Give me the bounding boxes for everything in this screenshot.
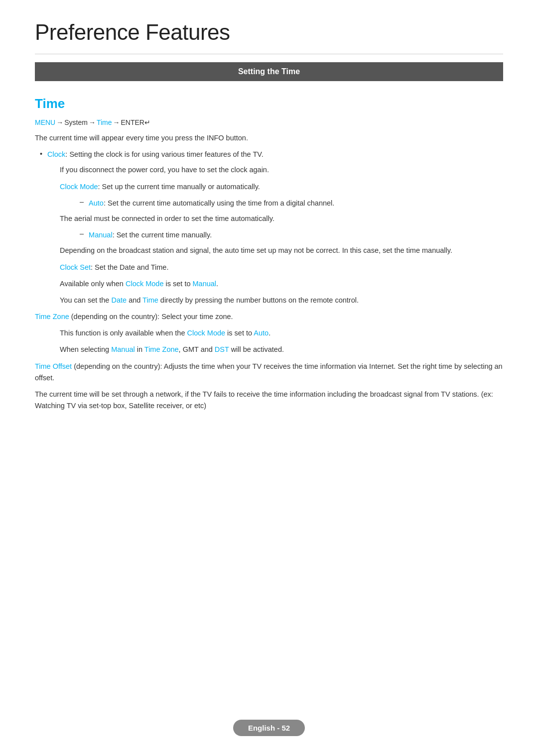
tz-indent1-part3: . [269, 329, 270, 337]
clock-bullet-content: Clock: Setting the clock is for using va… [47, 149, 264, 160]
tz-dst: DST [215, 345, 229, 353]
clock-mode-line: Clock Mode: Set up the current time manu… [60, 181, 503, 193]
time-zone-label: Time Zone [35, 313, 69, 321]
manual-dash-item: – Manual: Set the current time manually. [80, 229, 503, 241]
auto-label: Auto [89, 199, 104, 207]
date-time-part1: You can set the [60, 296, 111, 304]
time-zone-indent1: This function is only available when the… [60, 327, 503, 339]
available-text-part1: Available only when [60, 280, 126, 288]
menu-label: MENU [35, 118, 55, 126]
clock-indent-text: If you disconnect the power cord, you ha… [60, 164, 503, 176]
time-label: Time [97, 118, 112, 126]
current-time-text: The current time will be set through a n… [35, 389, 503, 412]
time-offset-label: Time Offset [35, 362, 72, 370]
intro-text: The current time will appear every time … [35, 132, 503, 144]
tz-indent2-part2: will be activated. [229, 345, 284, 353]
tz-indent2-part1: When selecting [60, 345, 111, 353]
auto-content: Auto: Set the current time automatically… [89, 198, 334, 209]
system-label: System [64, 118, 88, 126]
tz-auto: Auto [254, 329, 269, 337]
manual-text: : Set the current time manually. [113, 231, 212, 239]
depending-text: Depending on the broadcast station and s… [60, 245, 503, 256]
dash-symbol-2: – [80, 229, 84, 237]
clock-mode-text: : Set up the current time manually or au… [98, 183, 260, 191]
tz-clock-mode: Clock Mode [187, 329, 226, 337]
menu-path: MENU → System → Time → ENTER↵ [35, 118, 503, 126]
tz-indent1-part1: This function is only available when the [60, 329, 187, 337]
aerial-text: The aerial must be connected in order to… [60, 213, 503, 224]
available-text: Available only when Clock Mode is set to… [60, 278, 503, 290]
auto-text: : Set the current time automatically usi… [104, 199, 334, 207]
section-title: Time [35, 96, 503, 111]
time-offset-text: (depending on the country): Adjusts the … [35, 362, 503, 382]
bullet-dot: • [40, 150, 42, 158]
manual-content: Manual: Set the current time manually. [89, 229, 212, 241]
clock-mode-label: Clock Mode [60, 183, 98, 191]
manual-label: Manual [89, 231, 113, 239]
arrow2: → [89, 118, 96, 126]
enter-label: ENTER↵ [121, 118, 150, 126]
tz-in: in [135, 345, 144, 353]
tz-gmt: , GMT [179, 345, 199, 353]
date-time-and: and [127, 296, 142, 304]
date-time-text: You can set the Date and Time directly b… [60, 295, 503, 306]
date-label: Date [111, 296, 127, 304]
clock-label: Clock [47, 150, 65, 158]
tz-manual: Manual [111, 345, 135, 353]
time-zone-line: Time Zone (depending on the country): Se… [35, 311, 503, 323]
available-text-part2: is set to [164, 280, 193, 288]
auto-dash-item: – Auto: Set the current time automatical… [80, 198, 503, 209]
tz-name: Time Zone [144, 345, 179, 353]
time-zone-text: (depending on the country): Select your … [69, 313, 233, 321]
arrow3: → [113, 118, 120, 126]
time-offset-line: Time Offset (depending on the country): … [35, 361, 503, 384]
top-divider [35, 54, 503, 54]
footer-badge: English - 52 [233, 720, 305, 736]
clock-set-text: : Set the Date and Time. [91, 263, 168, 271]
footer: English - 52 [0, 720, 538, 736]
tz-indent1-part2: is set to [225, 329, 254, 337]
section-header: Setting the Time [35, 62, 503, 81]
available-text-part3: . [216, 280, 218, 288]
time-label-inline: Time [142, 296, 158, 304]
clock-set-label: Clock Set [60, 263, 91, 271]
date-time-part2: directly by pressing the number buttons … [158, 296, 359, 304]
available-clock-mode: Clock Mode [126, 280, 164, 288]
available-manual: Manual [193, 280, 217, 288]
time-zone-indent2: When selecting Manual in Time Zone, GMT … [60, 344, 503, 355]
page-title: Preference Features [35, 20, 503, 45]
clock-text: : Setting the clock is for using various… [65, 150, 263, 158]
arrow1: → [56, 118, 63, 126]
clock-set-line: Clock Set: Set the Date and Time. [60, 262, 503, 273]
tz-and: and [199, 345, 215, 353]
dash-symbol: – [80, 198, 84, 206]
clock-bullet-item: • Clock: Setting the clock is for using … [40, 149, 503, 160]
